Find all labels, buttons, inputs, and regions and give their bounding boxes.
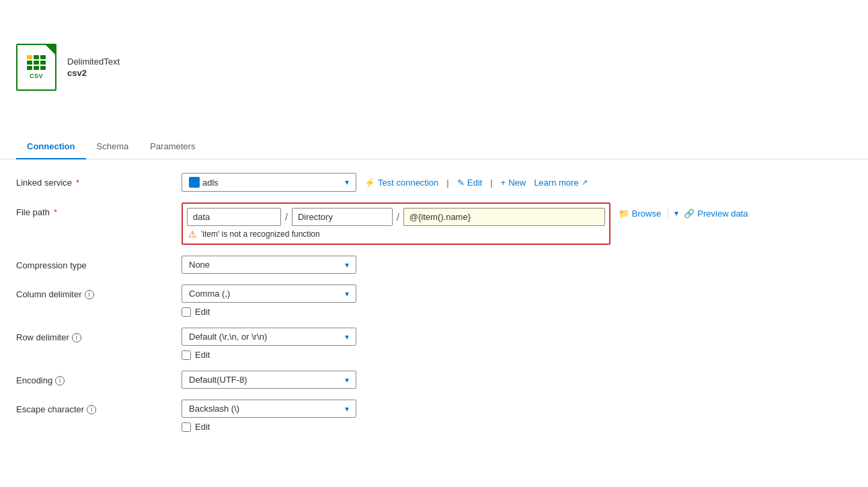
- tab-connection[interactable]: Connection: [16, 135, 86, 159]
- file-path-label: File path *: [16, 202, 171, 217]
- linked-service-control: adls ▾ ⚡ Test connection | ✎ Edit | + Ne…: [182, 173, 852, 192]
- path-slash-2: /: [395, 212, 401, 223]
- external-link-icon: ↗: [582, 178, 588, 187]
- row-delimiter-edit-checkbox[interactable]: [182, 350, 191, 360]
- column-delimiter-label: Column delimiter i: [16, 285, 171, 299]
- folder-icon: 📁: [619, 209, 629, 219]
- column-delimiter-edit-row: Edit: [182, 307, 852, 317]
- plus-icon: +: [501, 178, 506, 188]
- escape-character-label: Escape character i: [16, 400, 171, 414]
- row-delimiter-edit-label: Edit: [195, 350, 210, 360]
- escape-character-chevron[interactable]: ▾: [345, 404, 349, 414]
- escape-character-edit-label: Edit: [195, 422, 210, 432]
- browse-button[interactable]: 📁 Browse: [619, 209, 661, 219]
- compression-type-label: Compression type: [16, 256, 171, 270]
- linked-service-icon: [189, 177, 200, 188]
- encoding-control: Default(UTF-8) ▾: [182, 371, 852, 389]
- compression-type-row: Compression type None ▾: [16, 256, 852, 274]
- row-delimiter-control: Default (\r,\n, or \r\n) ▾ Edit: [182, 328, 852, 360]
- linked-service-chevron[interactable]: ▾: [345, 178, 349, 187]
- file-path-part1-input[interactable]: [187, 208, 281, 226]
- column-delimiter-chevron[interactable]: ▾: [345, 289, 349, 299]
- file-path-container: / / ⚠ 'item' is not a recognized functio…: [182, 202, 610, 245]
- linked-service-label: Linked service *: [16, 173, 171, 188]
- compression-type-dropdown[interactable]: None ▾: [182, 256, 356, 274]
- escape-character-edit-checkbox[interactable]: [182, 422, 191, 432]
- learn-more-link[interactable]: Learn more ↗: [534, 178, 587, 188]
- row-delimiter-dropdown[interactable]: Default (\r,\n, or \r\n) ▾: [182, 328, 356, 346]
- file-path-inputs: / /: [187, 208, 605, 226]
- file-path-form-row: File path * / / ⚠ 'item' is not a recogn…: [16, 202, 852, 245]
- path-error-text: 'item' is not a recognized function: [201, 229, 320, 239]
- warning-icon: ⚠: [188, 229, 197, 239]
- edit-link[interactable]: ✎ Edit: [457, 178, 482, 188]
- browse-chevron[interactable]: ▾: [674, 209, 678, 218]
- linked-service-row: Linked service * adls ▾ ⚡ Test connectio…: [16, 173, 852, 192]
- lightning-icon: ⚡: [364, 178, 375, 188]
- file-path-part3-input[interactable]: [403, 208, 605, 226]
- row-delimiter-info-icon[interactable]: i: [72, 333, 81, 342]
- actions-separator: |: [666, 207, 669, 219]
- linked-service-required: *: [76, 178, 79, 188]
- test-connection-link[interactable]: ⚡ Test connection: [364, 178, 438, 188]
- encoding-dropdown[interactable]: Default(UTF-8) ▾: [182, 371, 356, 389]
- column-delimiter-row: Column delimiter i Comma (,) ▾ Edit: [16, 285, 852, 317]
- column-delimiter-edit-label: Edit: [195, 307, 210, 317]
- tab-parameters[interactable]: Parameters: [139, 135, 206, 159]
- encoding-chevron[interactable]: ▾: [345, 375, 349, 385]
- row-delimiter-row: Row delimiter i Default (\r,\n, or \r\n)…: [16, 328, 852, 360]
- escape-character-control: Backslash (\) ▾ Edit: [182, 400, 852, 432]
- linked-service-input-row: adls ▾ ⚡ Test connection | ✎ Edit | + Ne…: [182, 173, 852, 192]
- column-delimiter-dropdown[interactable]: Comma (,) ▾: [182, 285, 356, 303]
- escape-character-edit-row: Edit: [182, 422, 852, 432]
- main-content: Linked service * adls ▾ ⚡ Test connectio…: [0, 159, 868, 456]
- escape-character-row: Escape character i Backslash (\) ▾ Edit: [16, 400, 852, 432]
- file-title: DelimitedText csv2: [67, 57, 120, 78]
- row-delimiter-edit-row: Edit: [182, 350, 852, 360]
- column-delimiter-info-icon[interactable]: i: [85, 290, 94, 299]
- file-name-label: csv2: [67, 68, 120, 78]
- tab-bar: Connection Schema Parameters: [0, 135, 868, 159]
- file-path-required: *: [54, 207, 57, 217]
- escape-character-info-icon[interactable]: i: [87, 405, 96, 414]
- compression-type-control: None ▾: [182, 256, 852, 274]
- pencil-icon: ✎: [457, 178, 465, 188]
- file-type-label: DelimitedText: [67, 57, 120, 67]
- chain-icon: 🔗: [684, 209, 695, 219]
- column-delimiter-control: Comma (,) ▾ Edit: [182, 285, 852, 317]
- file-path-actions: 📁 Browse | ▾ 🔗 Preview data: [619, 202, 748, 219]
- new-link[interactable]: + New: [501, 178, 526, 188]
- file-path-control: / / ⚠ 'item' is not a recognized functio…: [182, 202, 852, 245]
- path-error-row: ⚠ 'item' is not a recognized function: [187, 229, 605, 239]
- row-delimiter-chevron[interactable]: ▾: [345, 332, 349, 342]
- compression-chevron[interactable]: ▾: [345, 260, 349, 270]
- escape-character-dropdown[interactable]: Backslash (\) ▾: [182, 400, 356, 418]
- encoding-info-icon[interactable]: i: [55, 376, 65, 385]
- linked-service-dropdown[interactable]: adls ▾: [182, 173, 356, 192]
- file-path-part2-input[interactable]: [292, 208, 393, 226]
- column-delimiter-edit-checkbox[interactable]: [182, 307, 191, 317]
- path-slash-1: /: [284, 212, 289, 223]
- row-delimiter-label: Row delimiter i: [16, 328, 171, 342]
- preview-data-button[interactable]: 🔗 Preview data: [684, 209, 748, 219]
- tab-schema[interactable]: Schema: [86, 135, 140, 159]
- encoding-label: Encoding i: [16, 371, 171, 385]
- csv-icon: CSV: [16, 44, 56, 91]
- encoding-row: Encoding i Default(UTF-8) ▾: [16, 371, 852, 389]
